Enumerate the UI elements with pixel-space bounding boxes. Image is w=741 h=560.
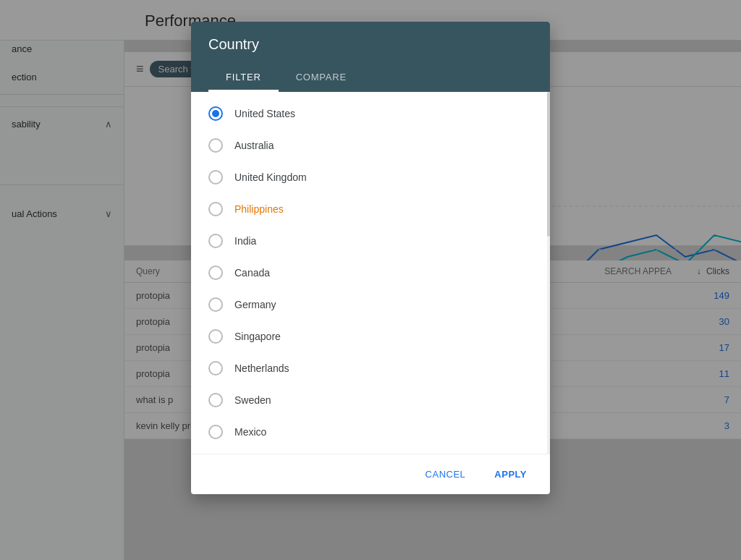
modal-title: Country xyxy=(208,36,533,53)
country-label: Germany xyxy=(234,299,276,310)
country-label: Singapore xyxy=(234,331,281,342)
tab-compare[interactable]: COMPARE xyxy=(279,64,364,92)
radio-button-canada[interactable] xyxy=(208,266,223,280)
list-item[interactable]: India xyxy=(191,225,550,257)
list-item[interactable]: Netherlands xyxy=(191,352,550,384)
apply-button[interactable]: APPLY xyxy=(483,463,538,485)
list-item[interactable]: Singapore xyxy=(191,321,550,352)
country-filter-modal: Country FILTER COMPARE United States Aus… xyxy=(191,22,550,494)
modal-header: Country FILTER COMPARE xyxy=(191,22,550,92)
list-item[interactable]: Germany xyxy=(191,289,550,321)
cancel-button[interactable]: CANCEL xyxy=(414,463,478,485)
country-label: Australia xyxy=(234,140,274,151)
radio-button-australia[interactable] xyxy=(208,138,223,153)
radio-button-germany[interactable] xyxy=(208,297,223,312)
list-item[interactable]: Mexico xyxy=(191,416,550,448)
list-item[interactable]: United States xyxy=(191,98,550,130)
radio-button-singapore[interactable] xyxy=(208,329,223,344)
radio-button-philippines[interactable] xyxy=(208,202,223,216)
list-item[interactable]: Philippines xyxy=(191,193,550,225)
country-label: Canada xyxy=(234,267,270,279)
radio-button-netherlands[interactable] xyxy=(208,361,223,376)
country-label: Sweden xyxy=(234,394,271,406)
radio-button-united-states[interactable] xyxy=(208,106,223,121)
country-label: Mexico xyxy=(234,426,266,438)
country-label: Netherlands xyxy=(234,362,289,374)
modal-tabs: FILTER COMPARE xyxy=(208,64,533,92)
list-item[interactable]: Sweden xyxy=(191,384,550,416)
radio-button-sweden[interactable] xyxy=(208,393,223,407)
country-list: United States Australia United Kingdom P… xyxy=(191,92,550,454)
modal-footer: CANCEL APPLY xyxy=(191,454,550,494)
country-label: United Kingdom xyxy=(234,171,307,183)
tab-filter[interactable]: FILTER xyxy=(208,64,279,92)
list-item[interactable]: United Kingdom xyxy=(191,161,550,193)
scrollbar[interactable] xyxy=(547,92,550,454)
country-label: India xyxy=(234,235,256,247)
radio-button-india[interactable] xyxy=(208,234,223,248)
radio-button-mexico[interactable] xyxy=(208,425,223,439)
radio-button-united-kingdom[interactable] xyxy=(208,170,223,184)
country-label: Philippines xyxy=(234,203,284,215)
country-label: United States xyxy=(234,108,295,119)
list-item[interactable]: Australia xyxy=(191,130,550,161)
list-item[interactable]: Canada xyxy=(191,257,550,289)
